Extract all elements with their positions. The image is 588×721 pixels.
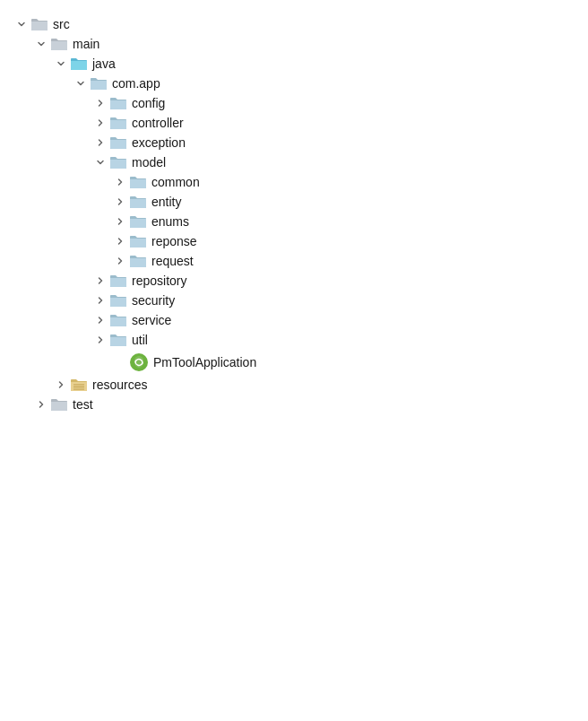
folder-icon [30, 17, 48, 31]
chevron-down-icon [74, 76, 88, 91]
chevron-right-icon [113, 175, 127, 189]
tree-item-label-main: main [73, 38, 99, 50]
tree-item-entity[interactable]: entity [14, 192, 574, 212]
tree-item-label-request: request [151, 255, 194, 267]
folder-icon [50, 37, 68, 51]
folder-icon [129, 175, 147, 189]
tree-item-request[interactable]: request [14, 251, 574, 271]
tree-item-reponse[interactable]: reponse [14, 231, 574, 251]
tree-item-label-PmToolApplication: PmToolApplication [153, 356, 256, 369]
chevron-down-icon [93, 155, 108, 169]
folder-icon [109, 135, 127, 150]
tree-item-label-com.app: com.app [112, 77, 160, 90]
tree-item-label-exception: exception [132, 136, 186, 149]
chevron-right-icon [113, 234, 127, 248]
tree-item-label-controller: controller [132, 117, 184, 129]
chevron-right-icon [54, 378, 68, 392]
tree-item-util[interactable]: util [14, 330, 574, 350]
tree-item-label-security: security [132, 294, 175, 307]
tree-item-label-test: test [73, 398, 93, 411]
tree-item-test[interactable]: test [14, 395, 574, 414]
no-arrow [113, 355, 127, 369]
tree-item-label-config: config [132, 97, 165, 109]
tree-item-label-entity: entity [151, 195, 181, 208]
folder-icon [109, 274, 127, 288]
tree-item-model[interactable]: model [14, 152, 574, 172]
folder-icon [109, 155, 127, 169]
tree-item-label-java: java [92, 57, 116, 70]
folder-icon [129, 195, 147, 209]
tree-item-label-reponse: reponse [151, 235, 197, 248]
tree-item-controller[interactable]: controller [14, 113, 574, 133]
chevron-right-icon [93, 313, 108, 327]
tree-item-src[interactable]: src [14, 14, 574, 34]
tree-item-label-common: common [151, 176, 200, 188]
tree-item-security[interactable]: security [14, 291, 574, 310]
tree-item-enums[interactable]: enums [14, 212, 574, 231]
folder-icon [129, 214, 147, 229]
chevron-right-icon [93, 293, 108, 308]
folder-icon [129, 254, 147, 268]
chevron-down-icon [14, 17, 29, 31]
chevron-right-icon [93, 333, 108, 347]
chevron-right-icon [34, 397, 48, 412]
tree-item-label-resources: resources [92, 378, 147, 391]
tree-item-common[interactable]: common [14, 172, 574, 192]
tree-item-label-src: src [53, 18, 70, 30]
tree-item-label-repository: repository [132, 274, 186, 287]
tree-item-PmToolApplication[interactable]: PmToolApplication [14, 350, 574, 375]
file-tree: src main java com.app config controller … [14, 14, 574, 414]
folder-icon [109, 116, 127, 130]
tree-item-com.app[interactable]: com.app [14, 74, 574, 93]
chevron-right-icon [93, 135, 108, 150]
tree-item-service[interactable]: service [14, 310, 574, 330]
tree-item-exception[interactable]: exception [14, 133, 574, 152]
folder-icon [70, 56, 88, 71]
tree-item-java[interactable]: java [14, 54, 574, 74]
folder-icon [70, 378, 88, 392]
tree-item-label-model: model [132, 156, 166, 169]
folder-icon [109, 293, 127, 308]
tree-item-label-util: util [132, 334, 148, 346]
chevron-down-icon [54, 56, 68, 71]
chevron-down-icon [34, 37, 48, 51]
chevron-right-icon [113, 195, 127, 209]
folder-icon [109, 333, 127, 347]
folder-icon [129, 234, 147, 248]
chevron-right-icon [113, 254, 127, 268]
java-file-icon [129, 352, 149, 372]
tree-item-config[interactable]: config [14, 93, 574, 113]
folder-icon [50, 397, 68, 412]
tree-item-repository[interactable]: repository [14, 271, 574, 291]
tree-item-label-enums: enums [151, 215, 189, 228]
chevron-right-icon [93, 96, 108, 110]
tree-item-resources[interactable]: resources [14, 375, 574, 395]
chevron-right-icon [113, 214, 127, 229]
tree-item-main[interactable]: main [14, 34, 574, 54]
folder-icon [90, 76, 108, 91]
tree-item-label-service: service [132, 314, 171, 326]
chevron-right-icon [93, 116, 108, 130]
folder-icon [109, 96, 127, 110]
chevron-right-icon [93, 274, 108, 288]
folder-icon [109, 313, 127, 327]
